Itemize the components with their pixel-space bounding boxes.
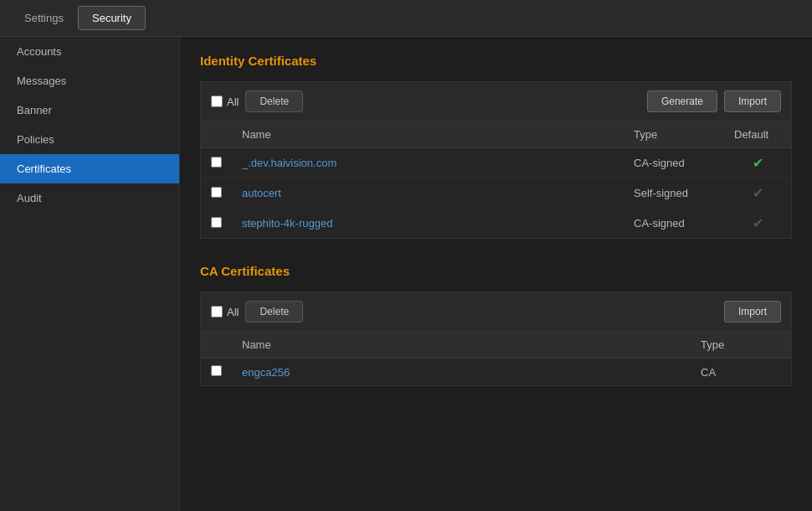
main-content: Identity Certificates All Delete Generat…	[180, 37, 812, 511]
identity-cert-name-link[interactable]: autocert	[242, 187, 281, 199]
top-nav: Settings Security	[0, 0, 812, 37]
identity-table-row: autocertSelf-signed✔	[201, 178, 791, 209]
identity-cert-name-link[interactable]: stephito-4k-rugged	[242, 217, 332, 230]
ca-header-type: Type	[691, 332, 791, 359]
identity-cert-type: Self-signed	[624, 178, 724, 209]
sidebar-item-accounts[interactable]: Accounts	[0, 37, 179, 66]
nav-security[interactable]: Security	[78, 6, 146, 30]
ca-delete-button[interactable]: Delete	[245, 301, 303, 323]
ca-certs-block: All Delete Import Name Type engca256CA	[200, 292, 792, 386]
ca-header-checkbox	[201, 332, 232, 359]
identity-all-checkbox[interactable]	[211, 95, 223, 107]
check-grey-icon: ✔	[753, 186, 763, 200]
identity-cert-type: CA-signed	[624, 148, 724, 178]
identity-cert-type: CA-signed	[624, 209, 724, 239]
identity-certs-toolbar: All Delete Generate Import	[201, 82, 791, 121]
identity-cert-name-link[interactable]: _.dev.haivision.com	[242, 157, 337, 169]
check-green-icon: ✔	[753, 156, 763, 170]
identity-row-checkbox[interactable]	[211, 217, 222, 228]
ca-cert-type: CA	[691, 359, 791, 386]
sidebar-item-certificates[interactable]: Certificates	[0, 154, 179, 183]
identity-cert-default: ✔	[724, 209, 791, 239]
identity-header-type: Type	[624, 121, 724, 148]
ca-cert-name-link[interactable]: engca256	[242, 366, 290, 379]
ca-certs-toolbar: All Delete Import	[201, 292, 791, 332]
ca-certs-table: Name Type engca256CA	[201, 332, 791, 385]
identity-cert-default: ✔	[724, 178, 791, 209]
ca-header-name: Name	[232, 332, 691, 359]
sidebar-item-policies[interactable]: Policies	[0, 125, 179, 154]
identity-cert-default: ✔	[724, 148, 791, 178]
nav-settings[interactable]: Settings	[10, 6, 78, 30]
ca-row-checkbox[interactable]	[211, 365, 222, 376]
ca-all-checkbox[interactable]	[211, 306, 223, 317]
identity-header-name: Name	[232, 121, 624, 148]
identity-header-default: Default	[724, 121, 791, 148]
ca-all-checkbox-label[interactable]: All	[211, 306, 239, 318]
identity-row-checkbox[interactable]	[211, 187, 222, 198]
sidebar-item-audit[interactable]: Audit	[0, 183, 179, 213]
check-grey-icon: ✔	[753, 216, 763, 230]
identity-delete-button[interactable]: Delete	[245, 90, 303, 112]
identity-generate-button[interactable]: Generate	[647, 90, 717, 112]
layout: Accounts Messages Banner Policies Certif…	[0, 37, 812, 511]
identity-table-row: _.dev.haivision.comCA-signed✔	[201, 148, 791, 178]
sidebar-item-banner[interactable]: Banner	[0, 95, 179, 125]
identity-table-row: stephito-4k-ruggedCA-signed✔	[201, 209, 791, 239]
identity-certs-table: Name Type Default _.dev.haivision.comCA-…	[201, 121, 791, 238]
ca-all-label: All	[227, 306, 239, 318]
identity-all-checkbox-label[interactable]: All	[211, 95, 239, 108]
ca-table-row: engca256CA	[201, 359, 791, 386]
ca-table-header-row: Name Type	[201, 332, 791, 359]
identity-row-checkbox[interactable]	[211, 157, 222, 168]
identity-certs-title: Identity Certificates	[200, 54, 792, 68]
identity-all-label: All	[227, 95, 239, 108]
identity-certs-block: All Delete Generate Import Name Type Def…	[200, 81, 792, 239]
identity-table-header-row: Name Type Default	[201, 121, 791, 148]
ca-certs-title: CA Certificates	[200, 264, 792, 278]
ca-import-button[interactable]: Import	[724, 301, 781, 323]
identity-import-button[interactable]: Import	[724, 90, 781, 112]
identity-header-checkbox	[201, 121, 232, 148]
sidebar-item-messages[interactable]: Messages	[0, 66, 179, 95]
sidebar: Accounts Messages Banner Policies Certif…	[0, 37, 180, 511]
